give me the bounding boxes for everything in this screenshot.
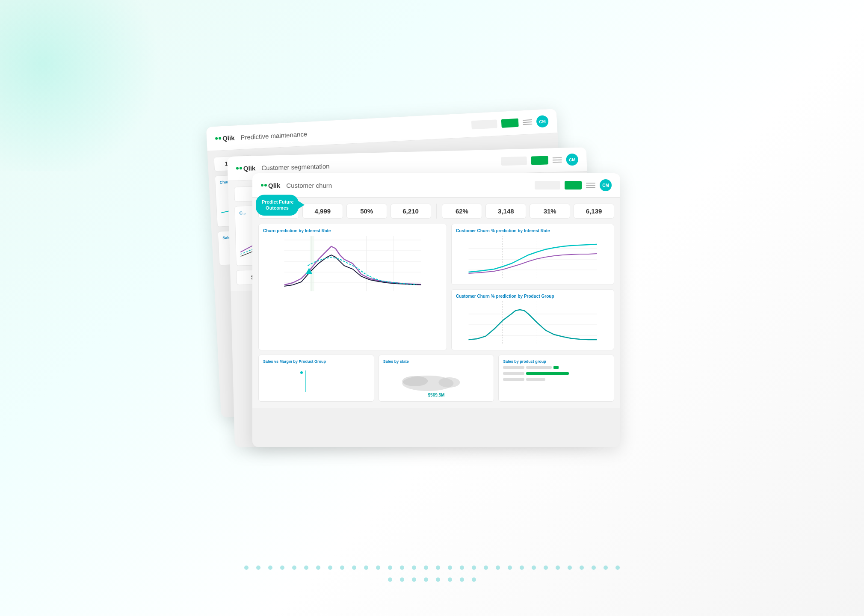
window2-title: Customer segmentation — [261, 158, 495, 171]
bar-fill-2 — [526, 372, 569, 375]
qlik-logo-icon-1 — [215, 137, 221, 140]
bottom-title-sales-product: Sales by product group — [503, 359, 610, 364]
menu-line-1a — [523, 119, 532, 121]
window3-title: Customer churn — [286, 182, 529, 189]
avatar-3[interactable]: CM — [600, 179, 612, 191]
chart-svg-churn-pct-interest — [456, 236, 610, 278]
bottom-title-sales-state: Sales by state — [383, 359, 490, 364]
window3-header: Qlik Customer churn CM — [252, 173, 620, 198]
bottom-card-sales-margin: Sales vs Margin by Product Group — [258, 355, 374, 402]
green-btn-3[interactable] — [565, 181, 582, 190]
bottom-charts-row: Sales vs Margin by Product Group Sales b… — [258, 355, 614, 402]
kpi-val-7: 31% — [535, 207, 565, 215]
menu-icon-2[interactable] — [553, 157, 562, 163]
menu-line-3b — [586, 185, 595, 186]
kpi-card-7: 31% — [530, 204, 570, 219]
chart-title-churn-pct-product: Customer Churn % prediction by Product G… — [456, 294, 610, 299]
map-value: $569.5M — [428, 393, 445, 397]
qlik-dot-1 — [215, 137, 218, 140]
qlik-text-2: Qlik — [243, 164, 256, 172]
bottom-card-sales-product: Sales by product group — [498, 355, 614, 402]
background-glow — [0, 0, 171, 171]
kpi-val-6: 3,148 — [491, 207, 521, 215]
qlik-dot-3 — [236, 167, 239, 169]
qlik-logo-icon-2 — [236, 167, 242, 169]
qlik-text-3: Qlik — [268, 182, 280, 189]
qlik-logo-3: Qlik — [261, 182, 280, 189]
green-btn-2[interactable] — [531, 156, 548, 165]
window1-controls: CM — [471, 115, 549, 131]
kpi-card-4: 6,210 — [391, 204, 431, 219]
avatar-1[interactable]: CM — [536, 115, 548, 127]
bottom-card-sales-state: Sales by state $569.5M — [379, 355, 494, 402]
bottom-svg-sales-margin — [263, 366, 370, 396]
chart-churn-interest-left: Churn prediction by Interest Rate — [258, 224, 447, 350]
chart-title-churn-interest: Churn prediction by Interest Rate — [263, 228, 442, 233]
bar-label-2 — [503, 372, 524, 375]
window1-title: Predictive maintenance — [240, 122, 466, 141]
customer-churn-window: Qlik Customer churn CM 10,000 — [252, 173, 620, 447]
menu-line-2b — [553, 160, 562, 161]
kpi-val-5: 62% — [447, 207, 477, 215]
chart-churn-pct-product: Customer Churn % prediction by Product G… — [451, 289, 614, 350]
kpi-card-5: 62% — [442, 204, 482, 219]
kpi-card-8: 6,139 — [574, 204, 614, 219]
kpi-card-6: 3,148 — [485, 204, 526, 219]
bar-row-2 — [503, 372, 610, 375]
predict-outcomes-badge[interactable]: Predict FutureOutcomes — [256, 195, 299, 216]
kpi-card-3: 50% — [346, 204, 387, 219]
window2-controls: CM — [501, 154, 578, 168]
decorative-dots — [240, 566, 624, 582]
chart-svg-churn-interest — [263, 236, 442, 291]
menu-line-3c — [586, 187, 595, 188]
bar-row-1 — [503, 366, 610, 369]
kpi-val-8: 6,139 — [579, 207, 609, 215]
qlik-logo-2: Qlik — [236, 164, 256, 172]
menu-line-3a — [586, 183, 595, 184]
kpi-val-3: 50% — [352, 207, 382, 215]
bar-accent-1 — [553, 366, 559, 369]
chart-svg-churn-pct-product — [456, 301, 610, 344]
qlik-logo-icon-3 — [261, 184, 267, 187]
menu-line-2c — [553, 162, 562, 163]
kpi-divider — [436, 204, 437, 219]
kpi-val-2: 4,999 — [308, 207, 337, 215]
window3-controls: CM — [535, 179, 612, 191]
map-container: $569.5M — [383, 366, 490, 398]
menu-icon-1[interactable] — [523, 119, 533, 125]
qlik-dot-2 — [219, 137, 221, 139]
bar-fill-3 — [526, 378, 545, 381]
qlik-logo-1: Qlik — [215, 134, 235, 142]
search-box-3[interactable] — [535, 181, 560, 190]
qlik-dot-5 — [261, 184, 263, 187]
kpi-card-2: 4,999 — [302, 204, 343, 219]
qlik-dot-4 — [240, 167, 242, 169]
menu-line-1b — [523, 121, 532, 123]
bar-chart-container — [503, 366, 610, 382]
avatar-2[interactable]: CM — [566, 154, 578, 166]
svg-point-21 — [300, 371, 303, 374]
windows-stack: Qlik Predictive maintenance CM 10,0... — [240, 126, 624, 490]
chart-churn-pct-interest: Customer Churn % prediction by Interest … — [451, 224, 614, 285]
svg-point-25 — [438, 377, 460, 388]
map-svg — [383, 366, 490, 394]
search-box-1[interactable] — [471, 119, 497, 129]
window3-content: 10,000 4,999 50% 6,210 62% 3,148 — [252, 198, 620, 408]
bar-row-3 — [503, 378, 610, 381]
bottom-title-sales-margin: Sales vs Margin by Product Group — [263, 359, 370, 364]
bar-label-3 — [503, 378, 524, 381]
chart-title-churn-pct-interest: Customer Churn % prediction by Interest … — [456, 228, 610, 233]
bar-label-1 — [503, 366, 524, 369]
green-btn-1[interactable] — [501, 118, 519, 128]
menu-icon-3[interactable] — [586, 183, 595, 188]
kpi-val-4: 6,210 — [396, 207, 426, 215]
kpi-row: 10,000 4,999 50% 6,210 62% 3,148 — [258, 204, 614, 219]
qlik-dot-6 — [264, 184, 267, 187]
svg-point-24 — [402, 376, 428, 386]
menu-line-2a — [553, 157, 562, 159]
qlik-text-1: Qlik — [222, 134, 235, 142]
bar-fill-1 — [526, 366, 552, 369]
search-box-2[interactable] — [501, 157, 527, 166]
menu-line-1c — [523, 124, 532, 125]
